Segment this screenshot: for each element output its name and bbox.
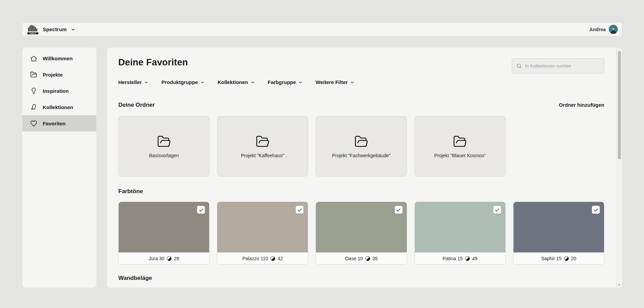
check-icon [495,207,500,212]
sidebar: Willkommen Projekte Inspiration Kollekti… [22,47,97,288]
shade-count: 49 [472,256,478,261]
folder-grid-empty-cell [513,116,604,177]
color-name: Saphir 15 [541,256,562,261]
sidebar-item-label: Willkommen [43,56,73,61]
sidebar-item-favoriten[interactable]: Favoriten [22,115,96,131]
color-swatch [415,202,505,252]
color-card[interactable]: Palazzo 110 42 [217,202,308,265]
user-menu[interactable]: Andrea [589,25,618,34]
folder-name: Projekt "Blauer Kosmos" [434,153,486,158]
shade-count-icon [167,256,172,261]
heart-icon [30,120,37,127]
sidebar-item-label: Favoriten [43,121,66,126]
filter-kollektionen[interactable]: Kollektionen [218,79,255,85]
sidebar-item-projekte[interactable]: Projekte [22,66,96,83]
color-name: Jura 30 [148,256,164,261]
section-title-ordner: Deine Ordner [118,102,155,108]
filter-farbgruppe[interactable]: Farbgruppe [268,79,303,85]
folder-open-icon [30,71,37,78]
sidebar-item-willkommen[interactable]: Willkommen [22,50,96,66]
chevron-down-icon [71,27,75,32]
sidebar-item-label: Inspiration [43,88,69,94]
folder-open-icon [354,135,368,149]
color-grid: Jura 30 28 Palazzo 110 42 [118,202,604,265]
caparol-logo-icon: CAPAROL [27,24,39,35]
color-swatch [514,202,604,252]
color-card-footer: Oase 10 35 [316,252,406,265]
folder-card[interactable]: Basisvorlagen [118,116,209,177]
add-folder-button[interactable]: Ordner hinzufügen [559,102,604,108]
checkbox-checked[interactable] [296,206,304,214]
color-card-footer: Jura 30 28 [119,252,209,265]
chevron-down-icon [144,80,148,85]
color-card[interactable]: Patina 15 49 [415,202,506,265]
folder-card[interactable]: Projekt "Fachwerkgebäude" [316,116,407,177]
color-name: Patina 15 [443,256,463,261]
color-card[interactable]: Oase 10 35 [316,202,407,265]
sidebar-item-label: Projekte [43,72,63,78]
check-icon [297,207,302,212]
color-card-footer: Palazzo 110 42 [217,252,308,265]
folder-card[interactable]: Projekt "Blauer Kosmos" [415,116,506,177]
filter-produktgruppe[interactable]: Produktgruppe [161,79,205,85]
brand-menu[interactable]: CAPAROL Spectrum [27,24,75,35]
checkbox-checked[interactable] [197,206,205,214]
color-swatch [316,202,406,252]
checkbox-checked[interactable] [493,206,501,214]
filter-weitere-filter[interactable]: Weitere Filter [316,79,355,85]
check-icon [593,207,599,212]
shade-count: 28 [174,256,179,261]
folder-name: Projekt "Kaffeehaus" [241,153,284,158]
folder-open-icon [453,135,467,149]
avatar [609,25,618,34]
chevron-down-icon [200,80,205,85]
shade-count-icon [365,256,370,261]
checkbox-checked[interactable] [395,206,403,214]
svg-text:CAPAROL: CAPAROL [29,33,37,34]
color-card-footer: Patina 15 49 [415,252,505,265]
chevron-down-icon [250,80,255,85]
chevron-down-icon [298,80,303,85]
filter-hersteller[interactable]: Hersteller [118,79,148,85]
color-card[interactable]: Jura 30 28 [118,202,209,265]
color-swatch [217,202,308,252]
color-card-footer: Saphir 15 20 [514,252,604,265]
folder-name: Basisvorlagen [149,153,179,158]
checkbox-checked[interactable] [592,206,600,214]
color-name: Palazzo 110 [242,256,268,261]
lightbulb-icon [30,87,37,95]
folder-open-icon [256,135,270,149]
color-card[interactable]: Saphir 15 20 [513,202,604,265]
scrollbar: ▲ ▼ [617,48,622,287]
folder-name: Projekt "Fachwerkgebäude" [332,153,391,158]
page-title: Deine Favoriten [118,57,188,68]
shade-count-icon [270,256,275,261]
chevron-down-icon [350,80,355,85]
section-title-wandbelaege: Wandbeläge [118,275,152,282]
shade-count: 35 [373,256,378,261]
search-input[interactable] [525,63,600,68]
color-swatch [119,202,209,252]
scrollbar-thumb[interactable] [618,52,621,159]
section-title-farbtoene: Farbtöne [118,188,143,195]
folder-card[interactable]: Projekt "Kaffeehaus" [217,116,308,177]
sidebar-item-kollektionen[interactable]: Kollektionen [22,99,96,115]
home-icon [30,55,37,62]
user-name: Andrea [589,27,606,32]
shade-count-icon [564,256,569,261]
sidebar-item-inspiration[interactable]: Inspiration [22,83,96,99]
main-panel: Deine Favoriten Hersteller Produktgruppe… [107,47,622,288]
filter-bar: Hersteller Produktgruppe Kollektionen Fa… [118,79,604,85]
check-icon [199,207,204,212]
check-icon [396,207,401,212]
shade-count: 20 [571,256,577,261]
folder-open-icon [157,135,171,149]
color-name: Oase 10 [345,256,363,261]
topbar: CAPAROL Spectrum Andrea [22,22,622,36]
scroll-down-arrow[interactable]: ▼ [617,283,622,287]
shade-count-icon [465,256,470,261]
folder-grid: Basisvorlagen Projekt "Kaffeehaus" Proje… [118,116,604,177]
shade-count: 42 [278,256,283,261]
search-icon [516,63,522,69]
brand-name: Spectrum [43,26,67,32]
